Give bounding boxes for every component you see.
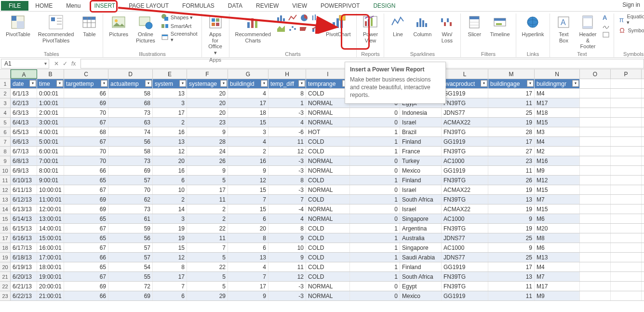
cell[interactable]: 6/12/13 xyxy=(11,195,37,204)
cell[interactable]: 18:00:01 xyxy=(37,262,64,271)
cell[interactable]: FN39TG xyxy=(442,272,488,281)
cell[interactable]: 69 xyxy=(108,291,153,300)
cell[interactable]: 69 xyxy=(64,195,108,204)
cell[interactable]: 7:00:01 xyxy=(37,156,64,165)
cell[interactable]: 58 xyxy=(108,147,153,156)
cell[interactable]: 1 xyxy=(350,253,400,262)
cell[interactable] xyxy=(611,156,642,165)
cell[interactable]: FN39TG xyxy=(442,224,488,233)
pictures-button[interactable]: Pictures xyxy=(107,14,130,39)
cell[interactable]: COLD xyxy=(306,233,350,243)
cell[interactable]: NORMAL xyxy=(306,98,350,108)
row-number[interactable]: 15 xyxy=(0,214,11,223)
cell[interactable]: COLD xyxy=(306,147,350,156)
filter-dropdown-icon[interactable] xyxy=(220,80,227,87)
cell[interactable] xyxy=(580,156,611,165)
cell[interactable]: 6/16/13 xyxy=(11,233,37,243)
cell[interactable]: 22 xyxy=(187,224,228,233)
filter-dropdown-icon[interactable] xyxy=(572,80,579,87)
cell[interactable]: 4 xyxy=(228,89,268,98)
cell[interactable]: 23 xyxy=(488,156,535,165)
row-number[interactable]: 19 xyxy=(0,253,11,262)
cell[interactable]: 13 xyxy=(153,137,187,146)
cell[interactable]: M4 xyxy=(535,89,580,98)
cell[interactable]: 62 xyxy=(108,195,153,204)
cell[interactable]: Brazil xyxy=(400,127,442,136)
cell[interactable]: Argentina xyxy=(400,224,442,233)
filter-dropdown-icon[interactable] xyxy=(261,80,268,87)
cell[interactable]: M9 xyxy=(535,166,580,175)
cell[interactable]: 2 xyxy=(187,214,228,223)
cell[interactable]: 0 xyxy=(350,118,400,127)
cell[interactable]: 1 xyxy=(350,176,400,185)
cell[interactable]: COLD xyxy=(306,224,350,233)
cell[interactable]: M20 xyxy=(535,224,580,233)
textbox-button[interactable]: A Text Box xyxy=(554,14,573,44)
cell[interactable]: 20 xyxy=(187,89,228,98)
cell[interactable] xyxy=(611,166,642,175)
cell[interactable] xyxy=(611,282,642,291)
cell[interactable]: FN39TG xyxy=(442,282,488,291)
cell[interactable]: 5 xyxy=(187,282,228,291)
cell[interactable]: 67 xyxy=(64,243,108,252)
cell[interactable]: Singapore xyxy=(400,243,442,252)
cell[interactable]: Israel xyxy=(400,185,442,194)
cell[interactable] xyxy=(580,176,611,185)
cell[interactable]: 24 xyxy=(187,147,228,156)
cell[interactable]: 17 xyxy=(488,89,535,98)
row-number[interactable]: 7 xyxy=(0,137,11,146)
cell[interactable]: 7 xyxy=(228,195,268,204)
filter-dropdown-icon[interactable] xyxy=(527,80,534,87)
cell[interactable]: 25 xyxy=(488,253,535,262)
cell[interactable]: 17 xyxy=(488,262,535,271)
cell[interactable]: AC1000 xyxy=(442,156,488,165)
cell[interactable]: FN39TG xyxy=(442,195,488,204)
cell[interactable]: ACMAX22 xyxy=(442,204,488,214)
cell[interactable]: 12 xyxy=(228,176,268,185)
cell[interactable]: 8 xyxy=(228,233,268,243)
tab-home[interactable]: HOME xyxy=(28,1,59,11)
cell[interactable]: GG1919 xyxy=(442,89,488,98)
cell[interactable]: COLD xyxy=(306,262,350,271)
cell[interactable]: 11 xyxy=(268,262,306,271)
cell[interactable]: 28 xyxy=(187,137,228,146)
cell[interactable] xyxy=(611,224,642,233)
cell[interactable]: 1 xyxy=(350,262,400,271)
cell[interactable]: 2:00:01 xyxy=(37,108,64,117)
cell[interactable]: 11 xyxy=(488,282,535,291)
table-header[interactable]: buildingid xyxy=(228,79,268,88)
cell[interactable]: 1 xyxy=(350,243,400,252)
cell[interactable] xyxy=(580,282,611,291)
cell[interactable]: FN39TG xyxy=(442,98,488,108)
column-header[interactable]: M xyxy=(488,69,535,79)
cell[interactable]: 66 xyxy=(64,166,108,175)
cell[interactable]: 19 xyxy=(488,185,535,194)
line-chart-icon[interactable] xyxy=(288,14,297,22)
cell[interactable]: 57 xyxy=(108,176,153,185)
cell[interactable]: 66 xyxy=(64,89,108,98)
timeline-button[interactable]: Timeline xyxy=(488,14,511,39)
cell[interactable]: 13:00:01 xyxy=(37,214,64,223)
filter-dropdown-icon[interactable] xyxy=(145,80,152,87)
cell[interactable]: -3 xyxy=(268,166,306,175)
cell[interactable]: 19 xyxy=(488,224,535,233)
cell[interactable]: 1 xyxy=(350,272,400,281)
filter-dropdown-icon[interactable] xyxy=(179,80,186,87)
cell[interactable]: 29 xyxy=(187,291,228,300)
cell[interactable]: 7 xyxy=(153,282,187,291)
cell[interactable]: 57 xyxy=(108,253,153,262)
row-number[interactable]: 10 xyxy=(0,166,11,175)
shapes-button[interactable]: Shapes ▾ xyxy=(161,14,198,21)
tab-pagelayout[interactable]: PAGE LAYOUT xyxy=(122,1,175,11)
cell[interactable]: 69 xyxy=(64,204,108,214)
row-number[interactable]: 14 xyxy=(0,204,11,214)
column-header[interactable]: G xyxy=(228,69,268,79)
cell[interactable]: 12 xyxy=(153,253,187,262)
tab-view[interactable]: VIEW xyxy=(285,1,314,11)
cell[interactable] xyxy=(580,185,611,194)
column-header[interactable]: N xyxy=(535,69,580,79)
stock-chart-icon[interactable] xyxy=(311,14,320,22)
cell[interactable]: 26 xyxy=(187,156,228,165)
row-number[interactable]: 3 xyxy=(0,98,11,108)
cell[interactable]: 4 xyxy=(228,137,268,146)
